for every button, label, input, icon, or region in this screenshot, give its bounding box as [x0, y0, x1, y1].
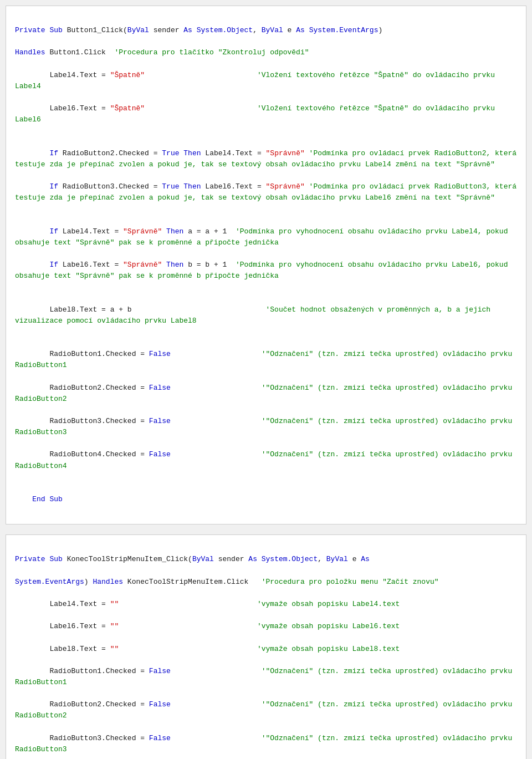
code-line: RadioButton1.Checked = False '"Odznačení…: [15, 349, 517, 371]
code-line: Label4.Text = "" 'vymaže obsah popisku L…: [15, 599, 517, 610]
code-line: Handles Button1.Click 'Procedura pro tla…: [15, 47, 517, 58]
code-line: RadioButton2.Checked = False '"Odznačení…: [15, 699, 517, 721]
code-line: Label8.Text = a + b 'Součet hodnot obsaž…: [15, 304, 517, 327]
code-line: Label6.Text = "Špatně" 'Vložení textovéh…: [15, 103, 517, 125]
code-block-2: Private Sub KonecToolStripMenuItem_Click…: [6, 534, 526, 759]
code-line: Private Sub KonecToolStripMenuItem_Click…: [15, 554, 517, 565]
code-line: If RadioButton2.Checked = True Then Labe…: [15, 148, 517, 170]
code-line: Label8.Text = "" 'vymaže obsah popisku L…: [15, 644, 517, 655]
code-line: RadioButton3.Checked = False '"Odznačení…: [15, 733, 517, 755]
code-line: RadioButton2.Checked = False '"Odznačení…: [15, 383, 517, 405]
code-line: If Label4.Text = "Správně" Then a = a + …: [15, 226, 517, 248]
code-line: RadioButton1.Checked = False '"Odznačení…: [15, 666, 517, 688]
code-block-1: Private Sub Button1_Click(ByVal sender A…: [6, 6, 526, 524]
code-line: If Label6.Text = "Správně" Then b = b + …: [15, 259, 517, 282]
code-line: System.EventArgs) Handles KonecToolStrip…: [15, 577, 517, 588]
code-line: Private Sub Button1_Click(ByVal sender A…: [15, 25, 517, 36]
code-line: Label4.Text = "Špatně" 'Vložení textovéh…: [15, 70, 517, 92]
code-line: RadioButton3.Checked = False '"Odznačení…: [15, 416, 517, 438]
code-line: Label6.Text = "" 'vymaže obsah popisku L…: [15, 621, 517, 632]
code-line: If RadioButton3.Checked = True Then Labe…: [15, 181, 517, 203]
code-line: RadioButton4.Checked = False '"Odznačení…: [15, 449, 517, 471]
code-line: End Sub: [15, 494, 517, 505]
